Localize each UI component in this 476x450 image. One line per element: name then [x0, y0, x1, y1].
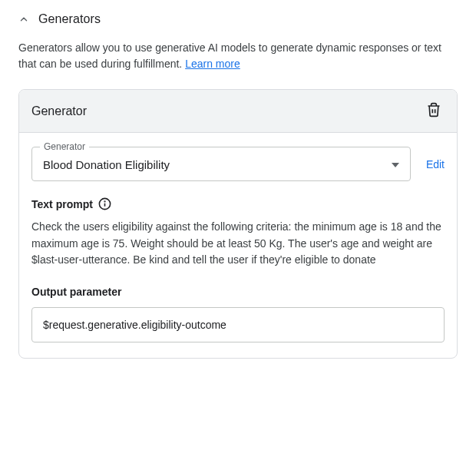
- learn-more-link[interactable]: Learn more: [185, 58, 240, 70]
- section-title: Generators: [38, 12, 101, 26]
- generator-select[interactable]: Generator Blood Donation Eligibility: [31, 147, 411, 181]
- output-parameter-heading: Output parameter: [31, 286, 445, 298]
- card-header-title: Generator: [31, 104, 87, 118]
- text-prompt-heading: Text prompt: [31, 198, 93, 210]
- section-description: Generators allow you to use generative A…: [18, 40, 458, 72]
- generator-card: Generator Generator Blood Donation Eligi…: [18, 89, 458, 359]
- text-prompt-body: Check the users eligibility against the …: [31, 219, 445, 269]
- output-parameter-field[interactable]: $request.generative.eligibility-outcome: [31, 307, 445, 342]
- generator-select-label: Generator: [40, 141, 89, 152]
- delete-button[interactable]: [423, 99, 445, 123]
- svg-point-2: [104, 201, 105, 202]
- generator-select-value: Blood Donation Eligibility: [43, 158, 170, 171]
- trash-icon: [426, 102, 441, 120]
- dropdown-arrow-icon: [392, 163, 399, 167]
- card-header: Generator: [19, 90, 457, 133]
- edit-button[interactable]: Edit: [426, 158, 445, 170]
- chevron-up-icon[interactable]: [18, 14, 29, 25]
- output-parameter-value: $request.generative.eligibility-outcome: [43, 319, 226, 331]
- info-icon[interactable]: [98, 197, 112, 211]
